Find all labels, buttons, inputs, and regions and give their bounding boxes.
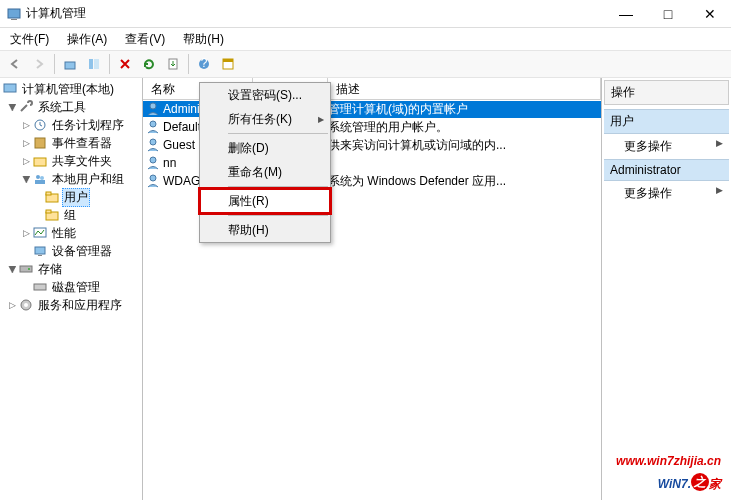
tree-services[interactable]: ▷服务和应用程序 (0, 296, 142, 314)
svg-rect-10 (4, 84, 16, 92)
tree-localusers[interactable]: ⯆本地用户和组 (0, 170, 142, 188)
actions-group-admin: Administrator (604, 159, 729, 181)
expander-icon[interactable]: ▷ (20, 228, 32, 238)
user-icon (145, 119, 161, 135)
svg-rect-4 (94, 59, 99, 69)
toolbar: ? (0, 50, 731, 78)
tools-icon (18, 99, 34, 115)
col-desc[interactable]: 描述 (328, 78, 601, 99)
menu-action[interactable]: 操作(A) (61, 29, 113, 50)
minimize-button[interactable]: ― (605, 0, 647, 28)
list-panel: 名称 全名 描述 Administrator管理计算机(域)的内置帐户Defau… (143, 78, 602, 500)
properties-button[interactable] (217, 53, 239, 75)
tree-perf[interactable]: ▷性能 (0, 224, 142, 242)
tree-storage[interactable]: ⯆存储 (0, 260, 142, 278)
context-delete[interactable]: 删除(D) (200, 136, 330, 160)
folder-icon (44, 189, 60, 205)
user-desc: 系统为 Windows Defender 应用... (328, 173, 601, 190)
tree-panel: 计算机管理(本地) ⯆系统工具 ▷任务计划程序 ▷事件查看器 ▷共享文件夹 ⯆本… (0, 78, 143, 500)
svg-rect-13 (34, 158, 46, 166)
close-button[interactable]: ✕ (689, 0, 731, 28)
users-group-icon (32, 171, 48, 187)
user-icon (145, 155, 161, 171)
user-desc: 系统管理的用户帐户。 (328, 119, 601, 136)
svg-rect-3 (89, 59, 93, 69)
window-title: 计算机管理 (26, 5, 86, 22)
svg-text:?: ? (201, 57, 208, 70)
tree-diskmgmt[interactable]: 磁盘管理 (0, 278, 142, 296)
context-alltasks[interactable]: 所有任务(K) (200, 107, 330, 131)
expander-icon[interactable]: ▷ (6, 300, 18, 310)
svg-point-25 (28, 268, 30, 270)
refresh-button[interactable] (138, 53, 160, 75)
tree-eventviewer[interactable]: ▷事件查看器 (0, 134, 142, 152)
storage-icon (18, 261, 34, 277)
expander-icon[interactable]: ⯆ (6, 102, 18, 112)
tree-root[interactable]: 计算机管理(本地) (0, 80, 142, 98)
context-properties[interactable]: 属性(R) (200, 189, 330, 213)
tree-shared[interactable]: ▷共享文件夹 (0, 152, 142, 170)
services-icon (18, 297, 34, 313)
menu-help[interactable]: 帮助(H) (177, 29, 230, 50)
svg-point-28 (24, 303, 28, 307)
watermark-logo: WiN7.之家 (616, 468, 721, 494)
tree-groups[interactable]: 组 (0, 206, 142, 224)
actions-group-users: 用户 (604, 109, 729, 134)
app-icon (6, 6, 22, 22)
svg-rect-1 (11, 19, 17, 20)
disk-icon (32, 279, 48, 295)
svg-rect-22 (35, 247, 45, 254)
up-button[interactable] (59, 53, 81, 75)
export-button[interactable] (162, 53, 184, 75)
actions-more-1[interactable]: 更多操作 ▶ (604, 134, 729, 159)
context-setpassword[interactable]: 设置密码(S)... (200, 83, 330, 107)
delete-button[interactable] (114, 53, 136, 75)
titlebar: 计算机管理 ― □ ✕ (0, 0, 731, 28)
svg-rect-9 (223, 59, 233, 62)
back-button[interactable] (4, 53, 26, 75)
svg-rect-12 (35, 138, 45, 148)
context-rename[interactable]: 重命名(M) (200, 160, 330, 184)
expander-icon[interactable]: ▷ (20, 156, 32, 166)
clock-icon (32, 117, 48, 133)
svg-point-30 (150, 121, 156, 127)
watermark: www.win7zhijia.cn WiN7.之家 (616, 454, 721, 494)
menu-separator (228, 215, 328, 216)
tree-tasksched[interactable]: ▷任务计划程序 (0, 116, 142, 134)
expander-icon[interactable]: ⯆ (20, 174, 32, 184)
user-desc: 管理计算机(域)的内置帐户 (328, 101, 601, 118)
actions-panel: 操作 用户 更多操作 ▶ Administrator 更多操作 ▶ (602, 78, 731, 500)
watermark-url: www.win7zhijia.cn (616, 454, 721, 468)
user-name: Guest (163, 138, 195, 152)
svg-rect-0 (8, 9, 20, 18)
actions-header: 操作 (604, 80, 729, 105)
svg-rect-26 (34, 284, 46, 290)
user-name: nn (163, 156, 176, 170)
help-button[interactable]: ? (193, 53, 215, 75)
show-hide-button[interactable] (83, 53, 105, 75)
actions-more-2[interactable]: 更多操作 ▶ (604, 181, 729, 206)
folder-icon (44, 207, 60, 223)
tree-systools[interactable]: ⯆系统工具 (0, 98, 142, 116)
context-help[interactable]: 帮助(H) (200, 218, 330, 242)
tree-devmgr[interactable]: 设备管理器 (0, 242, 142, 260)
svg-point-32 (150, 157, 156, 163)
expander-icon[interactable]: ▷ (20, 138, 32, 148)
svg-rect-24 (20, 266, 32, 272)
svg-point-14 (36, 175, 40, 179)
svg-point-33 (150, 175, 156, 181)
menu-view[interactable]: 查看(V) (119, 29, 171, 50)
expander-icon[interactable]: ▷ (20, 120, 32, 130)
maximize-button[interactable]: □ (647, 0, 689, 28)
user-desc: 供来宾访问计算机或访问域的内... (328, 137, 601, 154)
forward-button[interactable] (28, 53, 50, 75)
event-icon (32, 135, 48, 151)
menu-file[interactable]: 文件(F) (4, 29, 55, 50)
svg-point-15 (40, 176, 44, 180)
menu-separator (228, 133, 328, 134)
svg-rect-20 (46, 210, 51, 213)
perf-icon (32, 225, 48, 241)
tree-users[interactable]: 用户 (0, 188, 142, 206)
expander-icon[interactable]: ⯆ (6, 264, 18, 274)
svg-point-29 (150, 103, 156, 109)
